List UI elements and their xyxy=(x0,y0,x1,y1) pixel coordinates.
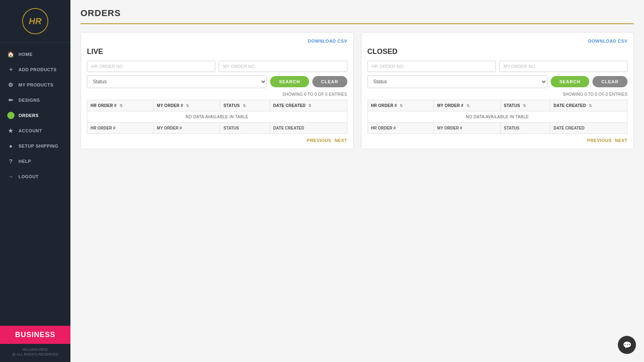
help-icon: ? xyxy=(7,158,14,165)
closed-status-select[interactable]: Status xyxy=(367,75,547,88)
sidebar-item-my-products-label: MY PRODUCTS xyxy=(19,82,54,87)
closed-col-my-order[interactable]: MY ORDER # ⇅ xyxy=(434,100,501,111)
live-my-order-input[interactable] xyxy=(219,61,347,72)
sort-icon-closed-hr: ⇅ xyxy=(400,104,403,108)
sidebar-item-setup-shipping[interactable]: ● SETUP SHIPPING xyxy=(0,138,70,154)
business-badge: BUSINESS xyxy=(0,326,70,344)
closed-showing-text: SHOWING 0 TO 0 OF 0 ENTRIES xyxy=(367,92,628,97)
live-pagination: PREVIOUS NEXT xyxy=(87,138,347,143)
sidebar-item-logout-label: LOGOUT xyxy=(19,174,39,179)
closed-footer-my-order: MY ORDER # xyxy=(434,123,501,134)
chat-icon: 💬 xyxy=(623,341,632,350)
closed-footer-status: STATUS xyxy=(500,123,550,134)
sidebar: HR 🏠 HOME ＋ ADD PRODUCTS ⚙ MY PRODUCTS ✏… xyxy=(0,0,70,362)
live-clear-button[interactable]: CLEAR xyxy=(312,76,347,87)
user-name: HILLMAN REID xyxy=(7,347,63,352)
sidebar-footer: HILLMAN REID @ ALL RIGHTS RESERVED xyxy=(0,344,70,362)
live-next-button[interactable]: NEXT xyxy=(334,138,347,143)
closed-no-data-cell: NO DATA AVAILABLE IN TABLE xyxy=(367,111,627,123)
live-footer-hr-order: HR ORDER # xyxy=(87,123,154,134)
closed-no-data-row: NO DATA AVAILABLE IN TABLE xyxy=(367,111,627,123)
closed-filter-row: Status SEARCH CLEAR xyxy=(367,75,628,88)
live-col-date-created[interactable]: DATE CREATED ⇅ xyxy=(270,100,347,111)
sidebar-item-designs-label: DESIGNS xyxy=(19,98,40,103)
closed-col-status[interactable]: STATUS ⇅ xyxy=(500,100,550,111)
sort-icon-my: ⇅ xyxy=(186,104,189,108)
sidebar-item-setup-shipping-label: SETUP SHIPPING xyxy=(19,144,58,148)
page-title: ORDERS xyxy=(80,8,634,24)
closed-panel-header: DOWNLOAD CSV xyxy=(367,39,628,43)
live-footer-date: DATE CREATED xyxy=(270,123,347,134)
sidebar-item-help[interactable]: ? HELP xyxy=(0,154,70,169)
closed-next-button[interactable]: NEXT xyxy=(615,138,627,143)
sort-icon-closed-date: ⇅ xyxy=(589,104,592,108)
star-icon: ★ xyxy=(7,127,14,134)
closed-col-date-created[interactable]: DATE CREATED ⇅ xyxy=(550,100,627,111)
closed-prev-button[interactable]: PREVIOUS xyxy=(587,138,612,143)
live-filter-row: Status SEARCH CLEAR xyxy=(87,75,347,88)
closed-my-order-input[interactable] xyxy=(499,61,627,72)
closed-clear-button[interactable]: CLEAR xyxy=(592,76,627,87)
live-no-data-cell: NO DATA AVAILABLE IN TABLE xyxy=(87,111,347,123)
live-col-my-order[interactable]: MY ORDER # ⇅ xyxy=(153,100,220,111)
live-showing-text: SHOWING 0 TO 0 OF 0 ENTRIES xyxy=(87,92,347,97)
orders-icon xyxy=(7,112,14,119)
live-no-data-row: NO DATA AVAILABLE IN TABLE xyxy=(87,111,347,123)
live-hr-order-input[interactable] xyxy=(87,61,215,72)
shipping-icon: ● xyxy=(7,142,14,150)
sidebar-item-logout[interactable]: → LOGOUT xyxy=(0,169,70,184)
closed-table-head: HR ORDER # ⇅ MY ORDER # ⇅ STATUS ⇅ DATE … xyxy=(367,100,627,111)
sidebar-item-designs[interactable]: ✏ DESIGNS xyxy=(0,93,70,108)
live-prev-button[interactable]: PREVIOUS xyxy=(307,138,331,143)
closed-download-csv[interactable]: DOWNLOAD CSV xyxy=(588,39,627,43)
pencil-icon: ✏ xyxy=(7,97,14,104)
chat-button[interactable]: 💬 xyxy=(618,336,636,354)
orders-row: DOWNLOAD CSV LIVE Status SEARCH CLEAR SH… xyxy=(80,32,634,149)
live-panel: DOWNLOAD CSV LIVE Status SEARCH CLEAR SH… xyxy=(80,32,354,149)
logo-icon: HR xyxy=(22,8,48,34)
live-search-button[interactable]: SEARCH xyxy=(270,76,309,87)
live-status-select[interactable]: Status xyxy=(87,75,267,88)
sidebar-item-orders-label: ORDERS xyxy=(19,113,39,118)
closed-col-hr-order[interactable]: HR ORDER # ⇅ xyxy=(367,100,434,111)
closed-footer-hr-order: HR ORDER # xyxy=(367,123,434,134)
closed-footer-date: DATE CREATED xyxy=(550,123,627,134)
closed-footer-row: HR ORDER # MY ORDER # STATUS DATE CREATE… xyxy=(367,123,627,134)
sidebar-item-orders[interactable]: ORDERS xyxy=(0,108,70,123)
live-search-row xyxy=(87,61,347,72)
sort-icon-date: ⇅ xyxy=(308,104,312,108)
live-footer-status: STATUS xyxy=(220,123,270,134)
live-table-header-row: HR ORDER # ⇅ MY ORDER # ⇅ STATUS ⇅ DATE … xyxy=(87,100,347,111)
sidebar-nav: 🏠 HOME ＋ ADD PRODUCTS ⚙ MY PRODUCTS ✏ DE… xyxy=(0,43,70,326)
closed-search-row xyxy=(367,61,628,72)
live-col-hr-order[interactable]: HR ORDER # ⇅ xyxy=(87,100,154,111)
live-section-title: LIVE xyxy=(87,47,347,56)
sidebar-logo: HR xyxy=(0,0,70,43)
sort-icon-closed-status: ⇅ xyxy=(523,104,526,108)
sidebar-item-home[interactable]: 🏠 HOME xyxy=(0,47,70,62)
live-table-body: NO DATA AVAILABLE IN TABLE HR ORDER # MY… xyxy=(87,111,347,134)
live-panel-header: DOWNLOAD CSV xyxy=(87,39,347,43)
closed-panel: DOWNLOAD CSV CLOSED Status SEARCH CLEAR … xyxy=(361,32,634,149)
live-footer-my-order: MY ORDER # xyxy=(153,123,220,134)
closed-search-button[interactable]: SEARCH xyxy=(551,76,589,87)
gear-icon: ⚙ xyxy=(7,81,14,88)
closed-pagination: PREVIOUS NEXT xyxy=(367,138,628,143)
closed-section-title: CLOSED xyxy=(367,47,628,56)
closed-hr-order-input[interactable] xyxy=(367,61,496,72)
closed-table-body: NO DATA AVAILABLE IN TABLE HR ORDER # MY… xyxy=(367,111,627,134)
add-icon: ＋ xyxy=(7,66,14,73)
closed-orders-table: HR ORDER # ⇅ MY ORDER # ⇅ STATUS ⇅ DATE … xyxy=(367,100,628,134)
live-footer-row: HR ORDER # MY ORDER # STATUS DATE CREATE… xyxy=(87,123,347,134)
sidebar-item-account[interactable]: ★ ACCOUNT xyxy=(0,123,70,138)
sidebar-item-account-label: ACCOUNT xyxy=(19,128,42,133)
live-orders-table: HR ORDER # ⇅ MY ORDER # ⇅ STATUS ⇅ DATE … xyxy=(87,100,347,134)
sidebar-item-add-products[interactable]: ＋ ADD PRODUCTS xyxy=(0,62,70,77)
rights-text: @ ALL RIGHTS RESERVED xyxy=(7,352,63,357)
closed-table-header-row: HR ORDER # ⇅ MY ORDER # ⇅ STATUS ⇅ DATE … xyxy=(367,100,627,111)
live-col-status[interactable]: STATUS ⇅ xyxy=(220,100,270,111)
sidebar-item-my-products[interactable]: ⚙ MY PRODUCTS xyxy=(0,77,70,93)
logout-icon: → xyxy=(7,173,14,180)
sort-icon-closed-my: ⇅ xyxy=(466,104,470,108)
live-download-csv[interactable]: DOWNLOAD CSV xyxy=(308,39,347,43)
